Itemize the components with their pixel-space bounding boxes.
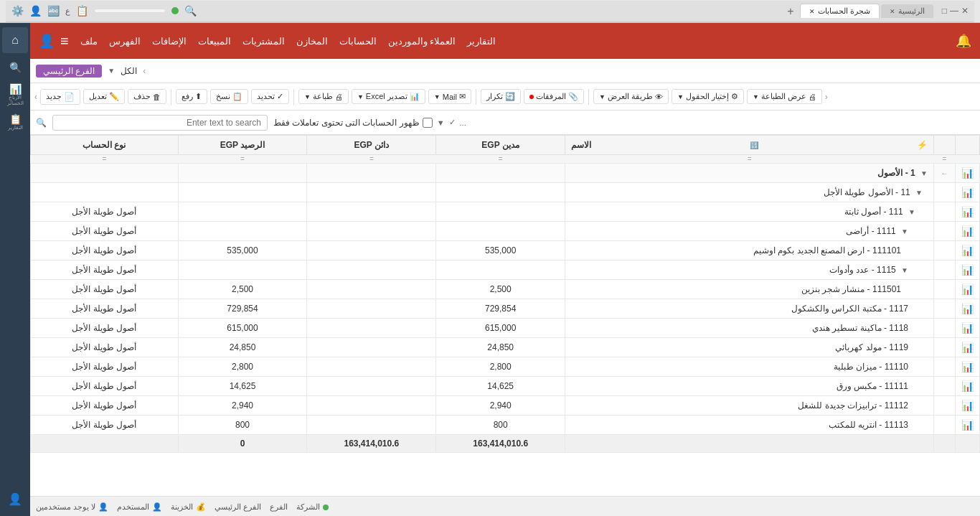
th-credit[interactable]: دائن EGP: [307, 136, 436, 155]
table-row[interactable]: 📊 ▼ 1115 - عدد وأدوات أصول طويلة الأجل: [31, 261, 980, 280]
row-chart-icon[interactable]: 📊: [956, 164, 980, 183]
th-type[interactable]: نوع الحساب: [31, 136, 179, 155]
select-btn[interactable]: ✓ تحديد: [251, 89, 289, 104]
table-row[interactable]: 📊 ▼ 1111 - أراضى أصول طويلة الأجل: [31, 222, 980, 241]
row-chart-icon[interactable]: 📊: [956, 299, 980, 319]
upload-btn[interactable]: ⬆ رفع: [176, 89, 207, 104]
th-balance[interactable]: الرصيد EGP: [178, 136, 307, 155]
view-mode-dropdown[interactable]: ▼: [599, 93, 606, 100]
nav-item-reports[interactable]: التقارير: [467, 36, 496, 47]
minimize-icon[interactable]: —: [950, 6, 958, 16]
browser-settings-icon[interactable]: ⚙️: [11, 5, 24, 17]
tab-chart-accounts[interactable]: شجرة الحسابات ✕: [800, 4, 880, 18]
table-row[interactable]: 📊 11112 - ترابيزات جديدة للشغل 2,940 2,9…: [31, 396, 980, 416]
select-btn-icon: ✓: [277, 92, 283, 101]
filter-chip-2[interactable]: ✓: [449, 118, 456, 127]
print-view-dropdown[interactable]: ▼: [753, 93, 759, 100]
table-row[interactable]: 📊 11111 - مكبس ورق 14,625 14,625 أصول طو…: [31, 377, 980, 396]
row-chart-icon[interactable]: 📊: [956, 319, 980, 338]
table-row[interactable]: 📊 1118 - ماكينة تسطير هندي 615,000 615,0…: [31, 319, 980, 338]
excel-btn[interactable]: 📊 تصدير Excel ▼: [352, 89, 425, 104]
mail-dropdown[interactable]: ▼: [434, 93, 440, 100]
tab-chart-accounts-close[interactable]: ✕: [809, 8, 815, 15]
search-nav-icon[interactable]: 🔍: [2, 55, 28, 80]
collapse-icon[interactable]: ▼: [915, 189, 923, 197]
repeat-btn[interactable]: 🔄 تكرار: [481, 89, 521, 104]
nav-user-icon[interactable]: 👤: [39, 33, 55, 49]
delete-btn[interactable]: 🗑 حذف: [128, 89, 166, 104]
filter-name-icon[interactable]: ⚡: [917, 140, 928, 150]
tab-home[interactable]: الرئيسية ✕: [881, 4, 933, 18]
nav-item-purchases[interactable]: المشتريات: [242, 36, 285, 47]
nav-item-file[interactable]: ملف: [80, 36, 98, 47]
table-row[interactable]: 📊 11110 - ميزان طبلية 2,800 2,800 أصول ط…: [31, 357, 980, 377]
bell-icon[interactable]: 🔔: [956, 33, 971, 49]
row-chart-icon[interactable]: 📊: [956, 183, 980, 202]
attachments-btn[interactable]: 📎 المرفقات: [524, 89, 584, 104]
row-chart-icon[interactable]: 📊: [956, 357, 980, 377]
table-row[interactable]: 📊 ← ▼ 1 - الأصول: [31, 164, 980, 183]
close-window-icon[interactable]: ✕: [961, 6, 969, 16]
view-mode-btn[interactable]: 👁 طريقة العرض ▼: [593, 89, 669, 104]
toolbar-scroll-right[interactable]: ›: [34, 92, 37, 102]
row-chart-icon[interactable]: 📊: [956, 241, 980, 261]
th-debit[interactable]: مدين EGP: [436, 136, 565, 155]
toolbar-scroll-left[interactable]: ‹: [825, 92, 828, 102]
browser-user-icon[interactable]: 👤: [29, 5, 42, 17]
th-name[interactable]: ⚡ 🔢 الاسم: [565, 136, 934, 155]
browser-doc-icon[interactable]: 📋: [76, 5, 88, 17]
nav-item-accounts[interactable]: الحسابات: [339, 36, 377, 47]
new-tab-btn[interactable]: +: [783, 5, 798, 18]
field-select-btn[interactable]: ⚙ إختيار الحقول ▼: [672, 89, 744, 104]
filter-chip-3[interactable]: ▼: [437, 118, 445, 127]
row-chart-icon[interactable]: 📊: [956, 202, 980, 222]
excel-dropdown[interactable]: ▼: [357, 93, 364, 100]
hamburger-icon[interactable]: ≡: [60, 33, 69, 50]
table-row[interactable]: 📊 1119 - مولد كهربائي 24,850 24,850 أصول…: [31, 338, 980, 357]
filter-dropdown-arrow[interactable]: ▼: [108, 67, 115, 75]
row-chart-icon[interactable]: 📊: [956, 416, 980, 435]
home-nav-icon[interactable]: ⌂: [2, 27, 28, 53]
edit-btn[interactable]: ✏️ تعديل: [83, 89, 125, 104]
nav-item-sales[interactable]: المبيعات: [198, 36, 231, 47]
nav-item-additions[interactable]: الإضافات: [152, 36, 187, 47]
show-transactions-checkbox[interactable]: [423, 118, 433, 128]
collapse-icon[interactable]: ▼: [920, 169, 928, 177]
filter-right-arrow[interactable]: ›: [143, 66, 146, 76]
print-dropdown[interactable]: ▼: [304, 93, 311, 100]
collapse-icon[interactable]: ▼: [908, 208, 915, 216]
mail-btn[interactable]: ✉ Mail ▼: [428, 89, 471, 104]
row-chart-icon[interactable]: 📊: [956, 222, 980, 241]
row-chart-icon[interactable]: 📊: [956, 377, 980, 396]
reports-nav[interactable]: 📋 التقارير: [2, 109, 28, 135]
user-nav-icon[interactable]: 👤: [2, 486, 28, 512]
browser-search-icon[interactable]: 🔍: [184, 5, 197, 17]
nav-item-clients[interactable]: العملاء والموردين: [388, 36, 456, 47]
table-row[interactable]: 📊 ▼ 111 - أصول ثابتة أصول طويلة الأجل: [31, 202, 980, 222]
table-row[interactable]: 📊 111101 - ارض المصنع الجديد بكوم اوشيم …: [31, 241, 980, 261]
search-input[interactable]: [52, 115, 268, 131]
table-row[interactable]: 📊 1117 - مكتبة الكراس والكشكول 729,854 7…: [31, 299, 980, 319]
new-btn[interactable]: 📄 جديد: [40, 89, 80, 105]
table-row[interactable]: 📊 111501 - منشار شجر بنزين 2,500 2,500 أ…: [31, 280, 980, 299]
copy-btn[interactable]: 📋 نسخ: [210, 89, 248, 104]
nav-item-warehouses[interactable]: المخازن: [296, 36, 328, 47]
row-chart-icon[interactable]: 📊: [956, 396, 980, 416]
table-row[interactable]: 📊 11113 - انتريه للمكتب 800 800 أصول طوي…: [31, 416, 980, 435]
maximize-icon[interactable]: □: [942, 6, 947, 16]
all-label[interactable]: الكل: [121, 66, 137, 76]
collapse-icon[interactable]: ▼: [901, 266, 908, 274]
row-chart-icon[interactable]: 📊: [956, 280, 980, 299]
collapse-icon[interactable]: ▼: [901, 227, 908, 235]
profit-loss-nav[interactable]: 📊 الأرباحالخسائر: [2, 82, 28, 108]
table-row[interactable]: 📊 ▼ 11 - الأصول طويلة الأجل: [31, 183, 980, 202]
browser-translate-icon[interactable]: 🔤: [47, 5, 60, 17]
print-view-btn[interactable]: 🖨 عرض الطباعة ▼: [747, 89, 822, 104]
row-chart-icon[interactable]: 📊: [956, 261, 980, 280]
row-chart-icon[interactable]: 📊: [956, 338, 980, 357]
field-select-dropdown[interactable]: ▼: [677, 93, 684, 100]
nav-item-index[interactable]: الفهرس: [109, 36, 141, 47]
filter-chip-1[interactable]: ...: [460, 118, 466, 127]
print-btn[interactable]: 🖨 طباعة ▼: [298, 89, 349, 104]
tab-home-close[interactable]: ✕: [890, 8, 895, 15]
